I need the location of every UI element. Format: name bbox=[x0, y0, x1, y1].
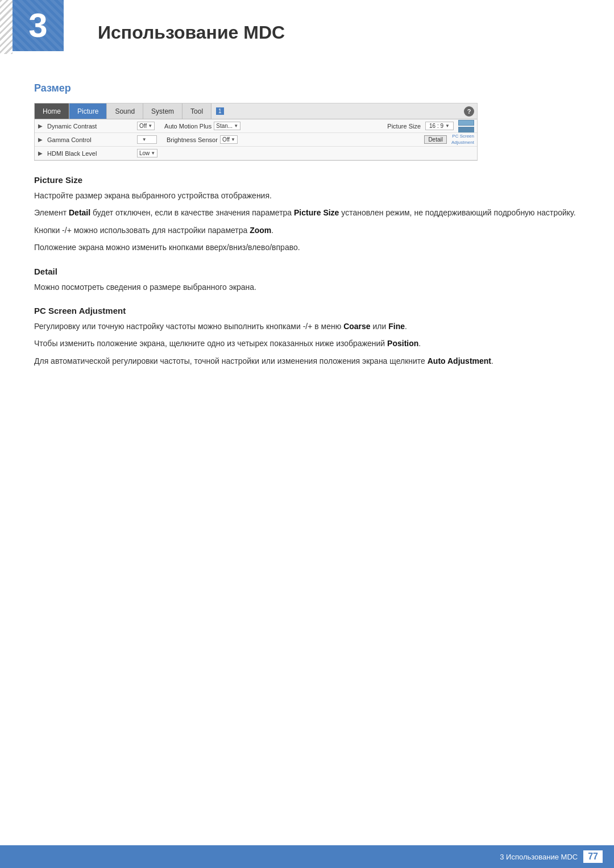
pc-screen-body3: Для автоматической регулировки частоты, … bbox=[34, 355, 580, 367]
row-label-hdmi: HDMI Black Level bbox=[46, 150, 137, 157]
image-nav-buttons bbox=[458, 120, 474, 132]
section-heading: Размер bbox=[34, 82, 580, 94]
table-row: ▶ HDMI Black Level Low ▼ bbox=[35, 147, 477, 160]
footer-text: 3 Использование MDC bbox=[500, 853, 578, 861]
fine-bold: Fine bbox=[388, 322, 405, 331]
auto-motion-select[interactable]: Stan... ▼ bbox=[214, 122, 240, 130]
picture-size-body1: Настройте размер экрана выбранного устро… bbox=[34, 189, 580, 202]
help-icon[interactable]: ? bbox=[464, 106, 474, 117]
ui-rows: ▶ Dynamic Contrast Off ▼ Auto Motion Plu… bbox=[35, 119, 477, 160]
pc-screen-body2: Чтобы изменить положение экрана, щелкнит… bbox=[34, 337, 580, 350]
detail-button[interactable]: Detail bbox=[424, 135, 447, 144]
row-label-dynamic-contrast: Dynamic Contrast bbox=[46, 123, 137, 130]
ui-toolbar: Home Picture Sound System Tool 1 ? bbox=[35, 103, 477, 119]
zoom-bold: Zoom bbox=[250, 226, 271, 235]
detail-bold: Detail bbox=[69, 208, 90, 217]
auto-motion-label: Auto Motion Plus bbox=[163, 123, 211, 130]
picture-size-group: Picture Size 16 : 9 ▼ bbox=[387, 120, 477, 132]
picture-size-label: Picture Size bbox=[387, 123, 421, 130]
toolbar-indicator: 1 bbox=[216, 107, 224, 115]
img-btn-bottom[interactable] bbox=[458, 127, 474, 132]
row-control[interactable]: Off ▼ bbox=[137, 122, 155, 130]
detail-body: Можно посмотреть сведения о размере выбр… bbox=[34, 281, 580, 293]
picture-size-body4: Положение экрана можно изменить кнопками… bbox=[34, 241, 580, 254]
row-control[interactable]: Low ▼ bbox=[137, 149, 157, 157]
content-area: Размер Home Picture Sound System Tool 1 … bbox=[0, 54, 614, 394]
picture-size-heading: Picture Size bbox=[34, 175, 580, 185]
brightness-sensor-label: Brightness Sensor bbox=[165, 136, 218, 143]
tab-system[interactable]: System bbox=[143, 103, 182, 119]
pc-screen-body1: Регулировку или точную настройку частоты… bbox=[34, 320, 580, 333]
brightness-select[interactable]: Off ▼ bbox=[220, 135, 238, 144]
img-btn-top[interactable] bbox=[458, 120, 474, 126]
row-label-gamma: Gamma Control bbox=[46, 136, 137, 143]
auto-motion-group: Auto Motion Plus Stan... ▼ bbox=[163, 122, 240, 130]
auto-adjustment-bold: Auto Adjustment bbox=[428, 356, 491, 366]
row-arrow: ▶ bbox=[35, 123, 46, 129]
chapter-number-box: 3 bbox=[13, 0, 64, 51]
ui-mockup: Home Picture Sound System Tool 1 ? ▶ D bbox=[34, 103, 478, 161]
gamma-select[interactable]: ▼ bbox=[137, 135, 157, 144]
row-arrow: ▶ bbox=[35, 150, 46, 156]
picture-size-value[interactable]: 16 : 9 ▼ bbox=[425, 122, 454, 130]
brightness-sensor-group: Brightness Sensor Off ▼ bbox=[165, 135, 238, 144]
row-arrow: ▶ bbox=[35, 136, 46, 143]
picture-size-bold: Picture Size bbox=[294, 208, 339, 217]
table-row: ▶ Dynamic Contrast Off ▼ Auto Motion Plu… bbox=[35, 119, 477, 133]
page-header: 3 Использование MDC bbox=[0, 0, 614, 54]
coarse-bold: Coarse bbox=[343, 322, 370, 331]
header-stripe bbox=[0, 0, 13, 54]
chapter-number: 3 bbox=[28, 9, 47, 43]
pc-screen-heading: PC Screen Adjustment bbox=[34, 306, 580, 315]
chapter-title: Использование MDC bbox=[81, 11, 285, 43]
pc-screen-text: PC ScreenAdjustment bbox=[451, 134, 474, 146]
row-control[interactable]: ▼ bbox=[137, 135, 157, 144]
tab-tool[interactable]: Tool bbox=[182, 103, 211, 119]
detail-btn-group: Detail PC ScreenAdjustment bbox=[424, 134, 477, 146]
detail-heading: Detail bbox=[34, 267, 580, 276]
tab-sound[interactable]: Sound bbox=[107, 103, 143, 119]
table-row: ▶ Gamma Control ▼ Brightness Sensor Off … bbox=[35, 133, 477, 147]
page-number: 77 bbox=[583, 850, 603, 863]
tab-picture[interactable]: Picture bbox=[69, 103, 107, 119]
page-footer: 3 Использование MDC 77 bbox=[0, 845, 614, 868]
tab-home[interactable]: Home bbox=[35, 103, 69, 119]
dynamic-contrast-select[interactable]: Off ▼ bbox=[137, 122, 155, 130]
picture-size-body2: Элемент Detail будет отключен, если в ка… bbox=[34, 206, 580, 219]
picture-size-body3: Кнопки -/+ можно использовать для настро… bbox=[34, 224, 580, 236]
position-bold: Position bbox=[387, 339, 418, 348]
hdmi-select[interactable]: Low ▼ bbox=[137, 149, 157, 157]
